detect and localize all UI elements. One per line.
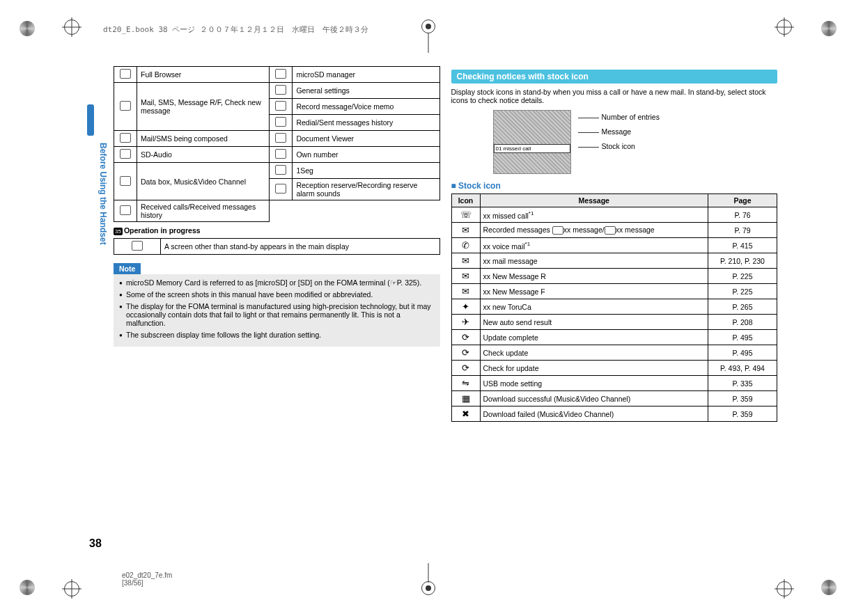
crosshair-icon [64,19,79,35]
center-target-icon [421,581,435,597]
app-icon [120,101,131,111]
callout-list: Number of entries Message Stock icon [602,110,660,154]
phone-screenshot-illustration: 01 missed call [493,110,571,174]
table-cell: Download successful (Music&Video Channel… [480,391,708,406]
footer-line1: e02_dt20_7e.fm [122,571,172,579]
footer-line2: [38/56] [122,579,143,587]
table-cell: Received calls/Received messages history [137,200,270,222]
registration-mark-icon [20,21,35,36]
table-cell: Redial/Sent messages history [293,115,439,131]
table-cell-page: P. 359 [708,391,777,406]
note-item: The display for the FOMA terminal is man… [119,302,435,327]
table-cell: SD-Audio [137,147,270,163]
table-cell-page: P. 225 [708,284,777,299]
stock-icon: ✆ [462,240,469,251]
app-icon [275,165,286,175]
table-cell-icon: ✉ [451,269,480,284]
table-cell-icon [114,67,137,83]
table-cell-icon [114,131,137,147]
table-cell: xx New Message R [480,269,708,284]
table-cell-page: P. 225 [708,269,777,284]
app-icon [120,176,131,186]
sidebar: Before Using the Handset [87,66,108,574]
table-cell: Own number [293,147,439,163]
crosshair-icon [64,581,79,597]
table-cell-icon [114,147,137,163]
operation-table: A screen other than stand-by appears in … [114,238,440,255]
stock-icon: ▦ [462,393,470,404]
table-cell-icon: ▦ [451,391,480,406]
subsection-label: Operation in progress [124,226,201,235]
table-cell-icon: ✉ [451,253,480,269]
table-cell-page: P. 359 [708,406,777,422]
note-item: microSD Memory Card is referred to as [m… [119,278,435,287]
table-cell-icon [270,163,293,179]
table-cell-icon: ✆ [451,238,480,253]
subsection-heading: Stock icon [451,181,778,191]
footer-filename: e02_dt20_7e.fm [38/56] [122,571,172,587]
app-icon [120,205,131,215]
page-header-meta: dt20_E.book 38 ページ ２００７年１２月１２日 水曜日 午後２時３… [103,24,368,35]
stock-icon: ✉ [462,255,469,266]
table-cell-page: P. 265 [708,299,777,315]
section-heading: Checking notices with stock icon [451,70,778,84]
note-label: Note [114,263,141,274]
app-icon [120,69,131,79]
table-cell-icon [270,131,293,147]
table-cell: Mail, SMS, Message R/F, Check new messag… [137,83,270,131]
section-title-vertical: Before Using the Handset [85,143,108,245]
table-cell-page: P. 495 [708,330,777,345]
table-cell: Download failed (Music&Video Channel) [480,406,708,422]
table-cell-icon [270,83,293,99]
table-cell-icon: ✦ [451,299,480,315]
callout-item: Message [602,125,660,139]
illustration-wrap: 01 missed call Number of entries Message… [493,110,778,174]
registration-mark-icon [821,580,836,595]
table-cell: Mail/SMS being composed [137,131,270,147]
table-cell: Record message/Voice memo [293,99,439,115]
table-cell: General settings [293,83,439,99]
table-header: Icon [451,194,480,207]
superscript: *1 [529,210,534,216]
table-cell-icon: ⟳ [451,330,480,345]
table-cell-page: P. 415 [708,238,777,253]
table-cell: xx new ToruCa [480,299,708,315]
note-item: Some of the screen shots in this manual … [119,290,435,299]
note-item: The subscreen display time follows the l… [119,331,435,339]
table-cell-page: P. 208 [708,315,777,330]
table-cell: xx mail message [480,253,708,269]
table-cell: USB mode setting [480,376,708,391]
table-header: Message [480,194,708,207]
app-icon [120,133,131,143]
table-cell: Document Viewer [293,131,439,147]
table-cell-icon: ⟳ [451,361,480,376]
right-column: Checking notices with stock icon Display… [446,66,784,574]
callout-item: Number of entries [602,110,660,125]
crosshair-icon [777,19,792,35]
registration-mark-icon [821,21,836,36]
stock-icon: ⇋ [462,378,469,388]
illustration-banner: 01 missed call [494,144,570,153]
stock-icon: ☏ [460,210,472,220]
left-column: Full Browser microSD manager Mail, SMS, … [108,66,446,574]
app-icon [120,149,131,159]
table-cell: A screen other than stand-by appears in … [161,239,440,255]
stock-icon: ✖ [462,409,469,419]
table-cell-icon [270,115,293,131]
app-icon [275,69,286,79]
app-icon [275,184,286,194]
table-cell-page: P. 76 [708,207,777,223]
table-cell-icon [114,239,161,255]
stock-icon-table: Icon Message Page ☏xx missed call*1P. 76… [451,194,778,422]
table-cell-icon [114,200,137,222]
table-cell-icon [270,179,293,200]
table-cell: Reception reserve/Recording reserve alar… [293,179,439,200]
table-cell: Check update [480,345,708,361]
stock-icon: ✉ [462,271,469,281]
table-cell-icon [114,163,137,200]
app-icon [132,241,143,251]
table-cell: microSD manager [293,67,439,83]
table-cell-icon: ✉ [451,284,480,299]
stock-icon: ✉ [462,286,469,297]
table-cell-icon: ☏ [451,207,480,223]
